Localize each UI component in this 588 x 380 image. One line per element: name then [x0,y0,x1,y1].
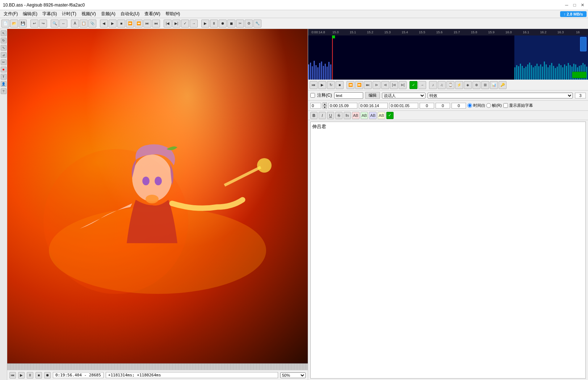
menu-subtitle[interactable]: 字幕(S) [40,10,59,17]
tool-text[interactable]: T [1,74,7,80]
tb-btn5[interactable]: ⏪ [135,20,143,28]
menu-audio[interactable]: 音频(A) [99,10,118,17]
tb-video3[interactable]: ⏺ [219,20,227,28]
tb-undo[interactable]: ↩ [30,20,38,28]
tc-prev-frame[interactable]: ⏮ [310,81,318,89]
tc-step-back[interactable]: |⊲ [390,81,398,89]
strikethrough-button[interactable]: S [335,112,343,119]
zoom-select[interactable]: 50% 25% 100% [280,372,306,378]
tc-next[interactable]: → [418,81,426,89]
tool-person[interactable]: 👤 [1,81,7,87]
tc-accept[interactable]: ✓ [410,81,417,89]
actor-select[interactable]: 说话人 [382,93,425,98]
menu-help[interactable]: 帮助(H) [163,10,182,17]
tb-attach[interactable]: 📎 [88,20,96,28]
minimize-button[interactable]: ─ [564,3,569,8]
tb-open[interactable]: 📂 [10,20,18,28]
tb-video5[interactable]: ✂ [236,20,244,28]
tc-karaoke3[interactable]: ⌚ [446,81,454,89]
pause-button[interactable]: ⏸ [27,372,33,379]
close-button[interactable]: ✕ [580,3,585,8]
ab-color3-button[interactable]: AB [369,112,377,119]
tool-scale[interactable]: ⤡ [1,45,7,51]
edit-button[interactable]: 编辑 [365,92,380,99]
show-original-checkbox[interactable] [503,103,508,108]
tb-styles[interactable]: A [71,20,79,28]
tb-video1[interactable]: ▶ [201,20,209,28]
menu-video[interactable]: 视频(V) [79,10,98,17]
tb-video7[interactable]: 🔧 [253,20,261,28]
tc-play-500ms[interactable]: ⊳ [373,81,381,89]
menu-file[interactable]: 文件(F) [1,10,20,17]
tc-karaoke5[interactable]: ◈ [464,81,472,89]
margin-v-input[interactable] [452,103,466,109]
tc-next-line[interactable]: ⏭ [364,81,372,89]
ab-color1-button[interactable]: AB [352,112,360,119]
tc-play-loop[interactable]: ↻ [327,81,335,89]
menu-timing[interactable]: 计时(T) [60,10,78,17]
tb-video4[interactable]: ◼ [227,20,235,28]
tb-redo[interactable]: ↪ [39,20,47,28]
tb-sync4[interactable]: → [190,20,198,28]
effect-num-input[interactable] [575,93,586,98]
layer-input[interactable] [310,103,321,109]
menu-automation[interactable]: 自动化(U) [118,10,142,17]
tb-btn2[interactable]: ▶ [109,20,117,28]
effect-select[interactable]: 特效 [428,93,573,98]
record-button[interactable]: ⏺ [44,372,51,379]
tc-karaoke1[interactable]: ♪ [429,81,437,89]
tb-btn1[interactable]: ◀ [100,20,108,28]
tb-sync3[interactable]: ✓ [181,20,189,28]
tool-clip[interactable]: ✂ [1,59,7,65]
tb-properties[interactable]: 📋 [80,20,88,28]
tb-btn7[interactable]: ⏮ [152,20,160,28]
tc-karaoke2[interactable]: ♫ [438,81,446,89]
commit-button[interactable]: ✓ [386,112,394,119]
tc-karaoke9[interactable]: 🔑 [499,81,507,89]
tool-help[interactable]: ? [1,88,7,94]
margin-r-input[interactable] [436,103,450,109]
tc-prev-line[interactable]: ⏪ [346,81,354,89]
end-time-input[interactable] [359,103,388,109]
play-button[interactable]: ▶ [18,372,25,379]
tb-btn4[interactable]: ⏩ [126,20,134,28]
tb-new[interactable]: 📄 [1,20,9,28]
tb-find[interactable]: 🔍 [51,20,59,28]
tb-sync1[interactable]: |◀ [164,20,172,28]
tb-sync2[interactable]: ▶| [172,20,180,28]
duration-input[interactable] [389,103,418,109]
tc-karaoke4[interactable]: ⚡ [455,81,463,89]
italic-button[interactable]: I [319,112,326,119]
comment-type-input[interactable] [334,92,363,99]
stop-button[interactable]: ■ [35,372,42,379]
tb-replace[interactable]: ↔ [59,20,67,28]
waveform-scroll-handle[interactable] [580,37,587,51]
bold-button[interactable]: B [310,112,318,119]
tb-btn6[interactable]: ⏭ [143,20,151,28]
audio-waveform[interactable]: 0:00:14.8 15.0 15.1 15.2 15.3 15.4 15.5 … [308,29,588,80]
tc-play-to-end[interactable]: ⏩ [355,81,363,89]
tc-karaoke7[interactable]: ⊞ [481,81,489,89]
waveform-zoom-btn[interactable] [572,72,587,78]
radio-frame[interactable] [486,103,491,108]
tc-karaoke8[interactable]: 📊 [490,81,498,89]
tool-select[interactable]: ↖ [1,30,7,36]
comment-checkbox[interactable] [310,93,315,98]
menu-edit[interactable]: 编辑(E) [21,10,39,17]
tb-video2[interactable]: ⏸ [210,20,218,28]
timeline-scroll[interactable] [7,363,308,370]
layer-spin[interactable]: ▲▼ [323,102,327,109]
radio-time[interactable] [467,103,472,108]
maximize-button[interactable]: □ [572,3,577,8]
tool-rotate[interactable]: ↻ [1,38,7,43]
tc-karaoke6[interactable]: ⊕ [472,81,480,89]
text-editor[interactable]: 伸吕君 [310,122,586,379]
margin-l-input[interactable] [420,103,434,109]
tb-save[interactable]: 💾 [19,20,27,28]
tc-play-before[interactable]: ⊲ [381,81,389,89]
fn-button[interactable]: fn [344,112,351,119]
tc-stop[interactable]: ■ [336,81,344,89]
tc-step-fwd[interactable]: ⊳| [399,81,407,89]
menu-view[interactable]: 查看(W) [142,10,162,17]
tb-btn3[interactable]: ■ [117,20,125,28]
